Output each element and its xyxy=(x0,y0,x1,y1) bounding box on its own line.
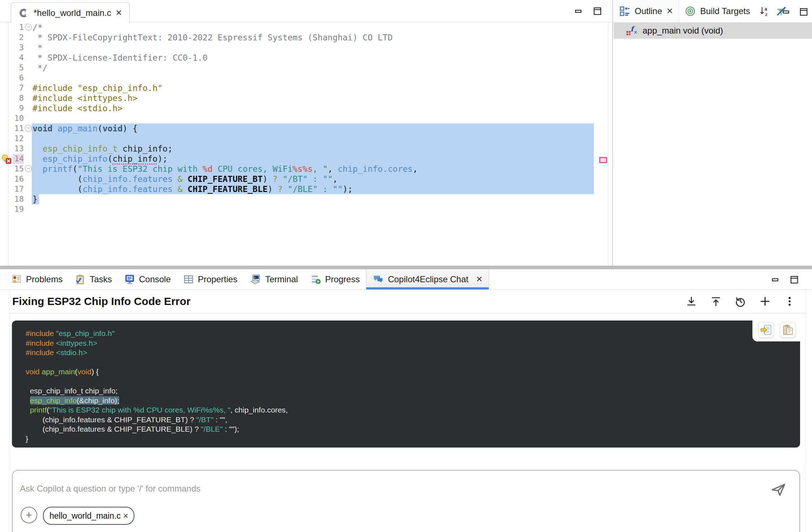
terminal-icon xyxy=(250,274,261,285)
overview-ruler-error-marker[interactable] xyxy=(599,157,607,163)
code-text: * xyxy=(33,43,43,53)
line-number: 12 xyxy=(13,134,24,144)
line-number: 3 xyxy=(13,43,24,53)
annotation-column xyxy=(0,184,13,194)
code-text: /* xyxy=(33,22,43,32)
line-number: 4 xyxy=(13,53,24,63)
horizontal-sash[interactable] xyxy=(0,266,812,269)
chat-input-box[interactable]: Ask Copilot a question or type '/' for c… xyxy=(12,470,800,532)
editor-pane: *hello_world_main.c ✕ 1−/*2 * SPDX-FileC… xyxy=(0,0,613,266)
tasks-icon xyxy=(75,274,86,285)
fold-collapse-icon[interactable]: − xyxy=(24,22,33,32)
chat-code-line: void app_main(void) { xyxy=(26,367,793,377)
chat-code-line: #include <stdio.h> xyxy=(26,348,793,358)
code-line-17: 17 (chip_info.features & CHIP_FEATURE_BL… xyxy=(0,184,608,194)
tab-tasks[interactable]: Tasks xyxy=(69,269,118,289)
chat-input-placeholder: Ask Copilot a question or type '/' for c… xyxy=(20,484,200,494)
line-number: 1 xyxy=(13,22,24,32)
annotation-column xyxy=(0,123,13,134)
copilot-chat-panel: Fixing ESP32 Chip Info Code Error #inclu… xyxy=(0,290,812,532)
export-chat-button[interactable] xyxy=(686,296,697,307)
annotation-column xyxy=(0,22,13,32)
code-text: esp_chip_info(chip_info); xyxy=(33,154,168,164)
minimize-icon[interactable] xyxy=(574,6,583,16)
code-line-19: 19 xyxy=(0,204,608,214)
add-attachment-button[interactable]: + xyxy=(21,507,37,523)
tab-build-targets[interactable]: Build Targets xyxy=(679,0,756,22)
line-number: 8 xyxy=(13,93,24,103)
sort-alphabetically-icon[interactable]: az xyxy=(759,5,770,17)
tab-label: Copilot4Eclipse Chat xyxy=(388,274,468,284)
tab-outline[interactable]: Outline ✕ xyxy=(614,0,679,22)
code-editor[interactable]: 1−/*2 * SPDX-FileCopyrightText: 2010-202… xyxy=(0,22,608,266)
tab-label: Problems xyxy=(26,274,62,284)
chat-code-block: #include "esp_chip_info.h"#include <intt… xyxy=(12,320,800,448)
fold-collapse-icon[interactable]: − xyxy=(24,164,33,174)
tab-console[interactable]: Console xyxy=(118,269,177,289)
scroll-top-button[interactable] xyxy=(710,296,722,307)
attachment-chip[interactable]: hello_world_main.c ✕ xyxy=(43,507,134,525)
new-chat-button[interactable] xyxy=(759,296,771,307)
error-quickfix-icon[interactable] xyxy=(0,154,13,164)
tab-problems[interactable]: Problems xyxy=(5,269,69,289)
minimize-icon[interactable] xyxy=(771,275,780,284)
fold-column xyxy=(24,113,33,123)
maximize-icon[interactable] xyxy=(790,275,799,284)
code-line-7: 7#include "esp_chip_info.h" xyxy=(0,83,608,93)
chat-code-line: printf("This is ESP32 chip with %d CPU c… xyxy=(26,405,793,415)
maximize-icon[interactable] xyxy=(593,6,602,16)
tab-copilot4eclipse-chat[interactable]: Copilot4Eclipse Chat✕ xyxy=(366,269,489,289)
fold-column xyxy=(24,204,33,214)
fold-collapse-icon[interactable]: − xyxy=(24,123,33,134)
chat-toolbar xyxy=(686,296,795,307)
code-line-15: 15− printf("This is ESP32 chip with %d C… xyxy=(0,164,608,174)
minimize-icon[interactable] xyxy=(782,7,791,17)
tab-terminal[interactable]: Terminal xyxy=(243,269,304,289)
line-number: 2 xyxy=(13,32,24,43)
annotation-column xyxy=(0,93,13,103)
annotation-column xyxy=(0,134,13,144)
code-text: */ xyxy=(33,63,48,73)
annotation-column xyxy=(0,113,13,123)
send-icon[interactable] xyxy=(770,481,787,498)
more-options-button[interactable] xyxy=(784,296,795,307)
editor-tab-close-icon[interactable]: ✕ xyxy=(116,8,122,18)
chat-icon xyxy=(372,274,384,285)
line-number: 18 xyxy=(13,194,24,204)
insert-code-button[interactable] xyxy=(758,322,774,338)
problems-icon xyxy=(11,274,22,285)
fold-column xyxy=(24,174,33,184)
code-text: #include "esp_chip_info.h" xyxy=(33,83,163,93)
annotation-column xyxy=(0,204,13,214)
fold-column xyxy=(24,43,33,53)
copy-code-button[interactable] xyxy=(780,322,796,338)
chat-title: Fixing ESP32 Chip Info Code Error xyxy=(12,295,190,308)
annotation-column xyxy=(0,53,13,63)
line-number: 16 xyxy=(13,174,24,184)
progress-icon xyxy=(310,274,321,285)
chat-code-line: #include <inttypes.h> xyxy=(26,339,793,348)
outline-item-app-main[interactable]: fx app_main void (void) xyxy=(614,23,812,39)
tab-properties[interactable]: Properties xyxy=(177,269,243,289)
code-block-actions xyxy=(752,320,800,341)
fold-column xyxy=(24,73,33,83)
attachment-chip-label: hello_world_main.c xyxy=(49,511,121,521)
annotation-column xyxy=(0,194,13,204)
svg-text:x: x xyxy=(634,29,637,35)
line-number: 13 xyxy=(13,144,24,154)
history-button[interactable] xyxy=(735,296,746,307)
code-text: (chip_info.features & CHIP_FEATURE_BLE) … xyxy=(33,184,353,194)
maximize-icon[interactable] xyxy=(799,7,808,17)
fold-column xyxy=(24,144,33,154)
line-number: 7 xyxy=(13,83,24,93)
attachment-chip-close-icon[interactable]: ✕ xyxy=(123,512,129,520)
code-line-12: 12 xyxy=(0,134,608,144)
outline-tab-close-icon[interactable]: ✕ xyxy=(666,6,673,16)
code-line-16: 16 (chip_info.features & CHIP_FEATURE_BT… xyxy=(0,174,608,184)
bottom-panel: ProblemsTasksConsolePropertiesTerminalPr… xyxy=(0,269,812,532)
tab-progress[interactable]: Progress xyxy=(304,269,366,289)
svg-text:z: z xyxy=(765,12,767,17)
tab-close-icon[interactable]: ✕ xyxy=(476,275,483,284)
editor-tab-hello-world-main[interactable]: *hello_world_main.c ✕ xyxy=(11,3,130,23)
chat-code-line xyxy=(26,377,793,387)
